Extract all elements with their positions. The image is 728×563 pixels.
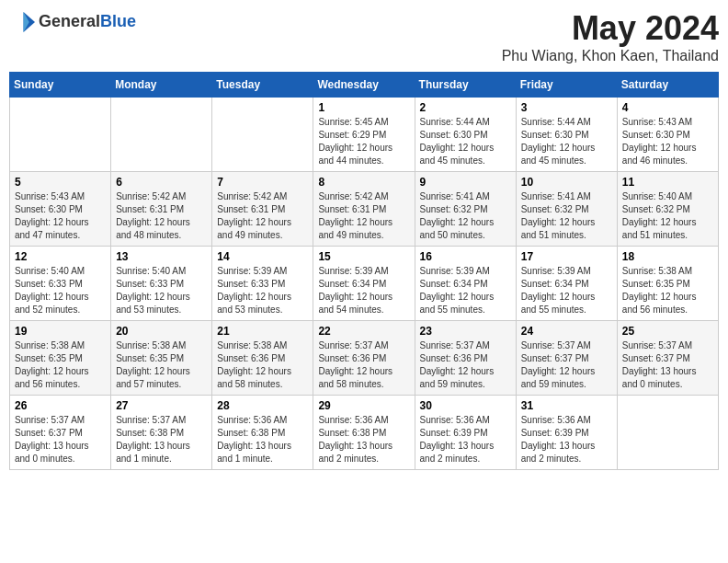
- month-year-title: May 2024: [502, 9, 719, 48]
- day-info: Sunrise: 5:37 AM Sunset: 6:38 PM Dayligh…: [116, 414, 207, 465]
- calendar-cell: 20Sunrise: 5:38 AM Sunset: 6:35 PM Dayli…: [111, 321, 212, 396]
- day-info: Sunrise: 5:39 AM Sunset: 6:33 PM Dayligh…: [217, 265, 308, 316]
- day-info: Sunrise: 5:40 AM Sunset: 6:33 PM Dayligh…: [15, 265, 106, 316]
- calendar-cell: 31Sunrise: 5:36 AM Sunset: 6:39 PM Dayli…: [516, 396, 617, 470]
- calendar-cell: [212, 98, 313, 172]
- calendar-cell: 7Sunrise: 5:42 AM Sunset: 6:31 PM Daylig…: [212, 172, 313, 247]
- day-info: Sunrise: 5:37 AM Sunset: 6:37 PM Dayligh…: [15, 414, 106, 465]
- day-info: Sunrise: 5:43 AM Sunset: 6:30 PM Dayligh…: [15, 190, 106, 242]
- calendar-cell: 16Sunrise: 5:39 AM Sunset: 6:34 PM Dayli…: [415, 247, 516, 321]
- day-number: 10: [521, 176, 612, 189]
- day-number: 16: [420, 250, 511, 263]
- logo-blue: Blue: [100, 13, 136, 31]
- week-row-2: 5Sunrise: 5:43 AM Sunset: 6:30 PM Daylig…: [10, 172, 719, 247]
- day-info: Sunrise: 5:40 AM Sunset: 6:32 PM Dayligh…: [622, 190, 713, 242]
- day-number: 30: [420, 399, 511, 412]
- day-number: 4: [622, 101, 713, 114]
- day-number: 7: [217, 176, 308, 189]
- day-info: Sunrise: 5:43 AM Sunset: 6:30 PM Dayligh…: [622, 116, 713, 167]
- week-row-1: 1Sunrise: 5:45 AM Sunset: 6:29 PM Daylig…: [10, 98, 719, 172]
- calendar-cell: 24Sunrise: 5:37 AM Sunset: 6:37 PM Dayli…: [516, 321, 617, 396]
- weekday-header-monday: Monday: [111, 73, 212, 98]
- weekday-header-saturday: Saturday: [617, 73, 718, 98]
- day-number: 19: [15, 325, 106, 338]
- day-number: 12: [15, 250, 106, 263]
- calendar-cell: 14Sunrise: 5:39 AM Sunset: 6:33 PM Dayli…: [212, 247, 313, 321]
- calendar-cell: 18Sunrise: 5:38 AM Sunset: 6:35 PM Dayli…: [617, 247, 718, 321]
- day-info: Sunrise: 5:38 AM Sunset: 6:35 PM Dayligh…: [15, 339, 106, 391]
- calendar-cell: 11Sunrise: 5:40 AM Sunset: 6:32 PM Dayli…: [617, 172, 718, 247]
- day-info: Sunrise: 5:37 AM Sunset: 6:37 PM Dayligh…: [521, 339, 612, 391]
- day-number: 18: [622, 250, 713, 263]
- page-header: General Blue May 2024 Phu Wiang, Khon Ka…: [9, 9, 719, 64]
- calendar-cell: 10Sunrise: 5:41 AM Sunset: 6:32 PM Dayli…: [516, 172, 617, 247]
- calendar-cell: 23Sunrise: 5:37 AM Sunset: 6:36 PM Dayli…: [415, 321, 516, 396]
- day-number: 28: [217, 399, 308, 412]
- day-info: Sunrise: 5:36 AM Sunset: 6:39 PM Dayligh…: [420, 414, 511, 465]
- day-info: Sunrise: 5:42 AM Sunset: 6:31 PM Dayligh…: [116, 190, 207, 242]
- day-info: Sunrise: 5:41 AM Sunset: 6:32 PM Dayligh…: [420, 190, 511, 242]
- day-info: Sunrise: 5:36 AM Sunset: 6:38 PM Dayligh…: [318, 414, 409, 465]
- calendar-cell: 19Sunrise: 5:38 AM Sunset: 6:35 PM Dayli…: [10, 321, 111, 396]
- day-number: 8: [318, 176, 409, 189]
- calendar-cell: 2Sunrise: 5:44 AM Sunset: 6:30 PM Daylig…: [415, 98, 516, 172]
- day-number: 20: [116, 325, 207, 338]
- week-row-4: 19Sunrise: 5:38 AM Sunset: 6:35 PM Dayli…: [10, 321, 719, 396]
- week-row-3: 12Sunrise: 5:40 AM Sunset: 6:33 PM Dayli…: [10, 247, 719, 321]
- logo-general: General: [39, 13, 100, 31]
- day-info: Sunrise: 5:38 AM Sunset: 6:35 PM Dayligh…: [116, 339, 207, 391]
- day-info: Sunrise: 5:39 AM Sunset: 6:34 PM Dayligh…: [318, 265, 409, 316]
- day-info: Sunrise: 5:38 AM Sunset: 6:36 PM Dayligh…: [217, 339, 308, 391]
- day-number: 3: [521, 101, 612, 114]
- weekday-header-tuesday: Tuesday: [212, 73, 313, 98]
- calendar-cell: 9Sunrise: 5:41 AM Sunset: 6:32 PM Daylig…: [415, 172, 516, 247]
- week-row-5: 26Sunrise: 5:37 AM Sunset: 6:37 PM Dayli…: [10, 396, 719, 470]
- calendar-cell: 1Sunrise: 5:45 AM Sunset: 6:29 PM Daylig…: [313, 98, 415, 172]
- day-number: 22: [318, 325, 409, 338]
- calendar-cell: [617, 396, 718, 470]
- day-number: 23: [420, 325, 511, 338]
- day-number: 5: [15, 176, 106, 189]
- day-number: 29: [318, 399, 409, 412]
- location-subtitle: Phu Wiang, Khon Kaen, Thailand: [502, 48, 719, 64]
- day-number: 15: [318, 250, 409, 263]
- calendar-cell: 12Sunrise: 5:40 AM Sunset: 6:33 PM Dayli…: [10, 247, 111, 321]
- day-info: Sunrise: 5:38 AM Sunset: 6:35 PM Dayligh…: [622, 265, 713, 316]
- calendar-cell: 25Sunrise: 5:37 AM Sunset: 6:37 PM Dayli…: [617, 321, 718, 396]
- calendar-cell: 3Sunrise: 5:44 AM Sunset: 6:30 PM Daylig…: [516, 98, 617, 172]
- day-number: 13: [116, 250, 207, 263]
- day-number: 26: [15, 399, 106, 412]
- day-number: 11: [622, 176, 713, 189]
- day-info: Sunrise: 5:39 AM Sunset: 6:34 PM Dayligh…: [521, 265, 612, 316]
- day-info: Sunrise: 5:40 AM Sunset: 6:33 PM Dayligh…: [116, 265, 207, 316]
- calendar-cell: 26Sunrise: 5:37 AM Sunset: 6:37 PM Dayli…: [10, 396, 111, 470]
- calendar-cell: 17Sunrise: 5:39 AM Sunset: 6:34 PM Dayli…: [516, 247, 617, 321]
- title-area: May 2024 Phu Wiang, Khon Kaen, Thailand: [502, 9, 719, 64]
- day-number: 21: [217, 325, 308, 338]
- logo-icon: [9, 9, 35, 35]
- day-info: Sunrise: 5:44 AM Sunset: 6:30 PM Dayligh…: [521, 116, 612, 167]
- calendar-cell: 22Sunrise: 5:37 AM Sunset: 6:36 PM Dayli…: [313, 321, 415, 396]
- calendar-cell: 4Sunrise: 5:43 AM Sunset: 6:30 PM Daylig…: [617, 98, 718, 172]
- logo: General Blue: [9, 9, 136, 35]
- day-info: Sunrise: 5:39 AM Sunset: 6:34 PM Dayligh…: [420, 265, 511, 316]
- calendar-cell: 28Sunrise: 5:36 AM Sunset: 6:38 PM Dayli…: [212, 396, 313, 470]
- day-number: 24: [521, 325, 612, 338]
- calendar-cell: 15Sunrise: 5:39 AM Sunset: 6:34 PM Dayli…: [313, 247, 415, 321]
- weekday-header-thursday: Thursday: [415, 73, 516, 98]
- day-number: 6: [116, 176, 207, 189]
- day-number: 2: [420, 101, 511, 114]
- weekday-header-friday: Friday: [516, 73, 617, 98]
- calendar-cell: [10, 98, 111, 172]
- day-info: Sunrise: 5:36 AM Sunset: 6:38 PM Dayligh…: [217, 414, 308, 465]
- day-info: Sunrise: 5:37 AM Sunset: 6:36 PM Dayligh…: [318, 339, 409, 391]
- day-info: Sunrise: 5:36 AM Sunset: 6:39 PM Dayligh…: [521, 414, 612, 465]
- day-number: 1: [318, 101, 409, 114]
- day-number: 14: [217, 250, 308, 263]
- day-info: Sunrise: 5:42 AM Sunset: 6:31 PM Dayligh…: [318, 190, 409, 242]
- day-info: Sunrise: 5:42 AM Sunset: 6:31 PM Dayligh…: [217, 190, 308, 242]
- day-number: 31: [521, 399, 612, 412]
- day-info: Sunrise: 5:41 AM Sunset: 6:32 PM Dayligh…: [521, 190, 612, 242]
- day-number: 17: [521, 250, 612, 263]
- calendar-cell: 6Sunrise: 5:42 AM Sunset: 6:31 PM Daylig…: [111, 172, 212, 247]
